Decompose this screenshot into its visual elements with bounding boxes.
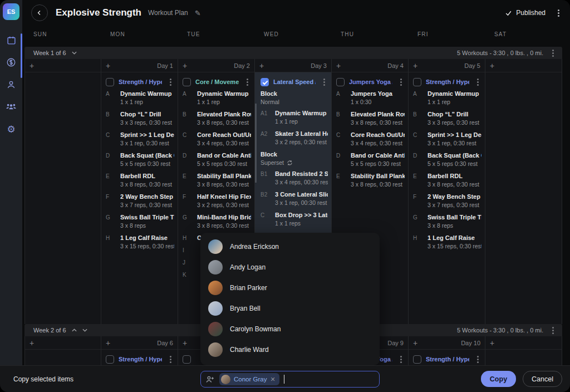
- workout-title[interactable]: Jumpers Yoga / Core: [349, 79, 392, 85]
- exercise-row[interactable]: G Swiss Ball Triple Threat 3 x 8 reps: [413, 214, 481, 229]
- sidebar-item-athletes[interactable]: [0, 74, 22, 96]
- workout-checkbox[interactable]: [106, 355, 114, 364]
- athlete-option[interactable]: Carolyn Bowman: [200, 318, 380, 339]
- workout-title[interactable]: Core / Movement Q...: [195, 79, 239, 85]
- exercise-row[interactable]: D Band or Cable Anti-Rotati... 5 x 5 rep…: [183, 152, 251, 167]
- exercise-row[interactable]: A Dynamic Warmup 1 x 1 rep: [106, 90, 174, 105]
- exercise-row[interactable]: C Core Reach Out/Under 3 x 4 reps, 0:30 …: [336, 131, 405, 146]
- workout-menu-button[interactable]: [166, 354, 174, 364]
- athlete-option[interactable]: Charlie Ward: [200, 339, 380, 360]
- workout-menu-button[interactable]: [166, 77, 174, 87]
- exercise-row[interactable]: B Chop “L” Drill 3 x 3 reps, 0:30 rest: [106, 111, 174, 126]
- athlete-option[interactable]: Andrea Erickson: [200, 236, 380, 257]
- exercise-row[interactable]: E Stability Ball Plank Linear ... 3 x 8 …: [336, 173, 405, 188]
- sidebar-item-groups[interactable]: [0, 96, 22, 118]
- sidebar-item-billing[interactable]: [0, 51, 22, 74]
- exercise-row[interactable]: G Swiss Ball Triple Threat 3 x 8 reps: [106, 214, 174, 229]
- selected-athlete-chip[interactable]: Conor Gray ✕: [219, 373, 279, 385]
- exercise-row[interactable]: B2 3 Cone Lateral Slide 3 x 1 rep, 00:30…: [261, 191, 328, 206]
- exercise-row[interactable]: A Dynamic Warmup 1 x 1 rep: [413, 90, 481, 105]
- workout-checkbox[interactable]: [336, 78, 345, 86]
- chevron-up-icon[interactable]: [72, 329, 77, 332]
- workout-title[interactable]: Lateral Speed / Plyo: [273, 79, 316, 85]
- workout-title[interactable]: Strength / Hypertro...: [426, 356, 469, 362]
- add-workout-button[interactable]: +: [106, 62, 110, 70]
- workout-menu-button[interactable]: [243, 77, 251, 87]
- add-workout-button[interactable]: +: [183, 339, 187, 347]
- exercise-row[interactable]: D Back Squat (Back Off Set) 5 x 5 reps 0…: [106, 152, 174, 167]
- published-status[interactable]: Published: [505, 9, 546, 17]
- workout-title[interactable]: Strength / Hypertro...: [426, 79, 469, 85]
- exercise-row[interactable]: E Barbell RDL 3 x 8 reps, 0:30 rest: [106, 173, 174, 188]
- app-logo[interactable]: ES: [3, 3, 19, 20]
- workout-menu-button[interactable]: [474, 77, 481, 87]
- exercise-row[interactable]: B1 Band Resisted 2 Step Late... 3 x 4 re…: [261, 170, 328, 185]
- week-collapse-controls[interactable]: [72, 329, 87, 332]
- exercise-row[interactable]: B Chop “L” Drill 3 x 3 reps, 0:30 rest: [413, 111, 481, 126]
- add-workout-button[interactable]: +: [30, 62, 34, 70]
- workout-checkbox[interactable]: [261, 78, 269, 86]
- sidebar-item-settings[interactable]: ⚙: [0, 118, 22, 140]
- exercise-row[interactable]: A Jumpers Yoga 1 x 0:30: [336, 90, 405, 105]
- exercise-row[interactable]: A2 Skater 3 Lateral Hops >> ... 3 x 2 re…: [261, 130, 328, 145]
- edit-title-icon[interactable]: ✎: [195, 9, 201, 17]
- header-menu-button[interactable]: [554, 8, 562, 18]
- add-workout-button[interactable]: +: [490, 339, 494, 347]
- workout-menu-button[interactable]: [320, 77, 328, 87]
- workout-card[interactable]: Jumpers Yoga / Core A Jumpers Yoga 1 x 0…: [332, 72, 408, 188]
- exercise-row[interactable]: A1 Dynamic Warmup 1 x 1 rep: [261, 110, 328, 125]
- add-workout-button[interactable]: +: [413, 62, 417, 70]
- exercise-row[interactable]: G Mini-Band Hip Bridge w/ ... 3 x 8 reps…: [183, 214, 251, 229]
- workout-card[interactable]: Strength / Hypertro... A Dynamic Warmup …: [101, 72, 178, 249]
- workout-title[interactable]: Strength / Hypertro...: [119, 79, 162, 85]
- workout-checkbox[interactable]: [413, 78, 421, 86]
- week-menu-button[interactable]: [549, 325, 557, 335]
- exercise-row[interactable]: C Sprint >> 1 Leg Declarations 3 x 1 rep…: [413, 131, 481, 146]
- workout-checkbox[interactable]: [183, 355, 191, 364]
- exercise-row[interactable]: C Sprint >> 1 Leg Declarations 3 x 1 rep…: [106, 131, 174, 146]
- exercise-row[interactable]: A Dynamic Warmup 1 x 1 rep: [183, 90, 251, 105]
- exercise-row[interactable]: C Core Reach Out/Under 3 x 4 reps, 0:30 …: [183, 131, 251, 146]
- add-workout-button[interactable]: +: [259, 62, 264, 70]
- week-collapse-controls[interactable]: [72, 51, 77, 55]
- exercise-row[interactable]: F 2 Way Bench Step Up 3 x 7 reps, 0:30 r…: [106, 193, 174, 208]
- workout-checkbox[interactable]: [413, 355, 421, 364]
- add-workout-button[interactable]: +: [183, 62, 187, 70]
- copy-button[interactable]: Copy: [481, 371, 516, 387]
- chevron-down-icon[interactable]: [72, 51, 77, 55]
- workout-menu-button[interactable]: [397, 354, 405, 364]
- exercise-row[interactable]: H 1 Leg Calf Raise 3 x 15 reps, 0:30 res…: [106, 234, 174, 249]
- block-header: Block Superset: [261, 151, 328, 166]
- add-workout-button[interactable]: +: [30, 339, 34, 347]
- add-workout-button[interactable]: +: [106, 339, 110, 347]
- exercise-row[interactable]: D Band or Cable Anti Rotati... 5 x 5 rep…: [336, 152, 405, 167]
- workout-checkbox[interactable]: [183, 78, 191, 86]
- add-workout-button[interactable]: +: [490, 62, 494, 70]
- chip-remove-icon[interactable]: ✕: [270, 376, 275, 383]
- exercise-row[interactable]: F Half Kneel Hip Flexor Rais... 3 x 2 re…: [183, 193, 251, 208]
- athlete-option[interactable]: Brian Parker: [200, 277, 380, 298]
- exercise-row[interactable]: F 2 Way Bench Step Up 3 x 7 reps, 0:30 r…: [413, 193, 481, 208]
- athlete-option[interactable]: Bryan Bell: [200, 298, 380, 318]
- cancel-button[interactable]: Cancel: [523, 371, 562, 387]
- week-menu-button[interactable]: [549, 48, 557, 58]
- exercise-row[interactable]: E Barbell RDL 3 x 8 reps, 0:30 rest: [413, 173, 481, 188]
- athlete-option[interactable]: Andy Logan: [200, 257, 380, 277]
- sidebar-item-calendar[interactable]: [0, 29, 22, 51]
- workout-menu-button[interactable]: [397, 77, 405, 87]
- add-workout-button[interactable]: +: [336, 62, 341, 70]
- workout-checkbox[interactable]: [106, 78, 114, 86]
- chevron-down-icon[interactable]: [82, 329, 87, 332]
- exercise-row[interactable]: E Stability Ball Plank Linear ... 3 x 8 …: [183, 173, 251, 188]
- add-workout-button[interactable]: +: [413, 339, 417, 347]
- exercise-row[interactable]: C Box Drop >> 3 Lateral H... 1 x 1 reps: [261, 212, 328, 227]
- workout-card[interactable]: Strength / Hypertro... A Dynamic Warmup …: [409, 72, 485, 249]
- exercise-row[interactable]: H 1 Leg Calf Raise 3 x 15 reps, 0:30 res…: [413, 234, 481, 249]
- workout-menu-button[interactable]: [474, 354, 481, 364]
- exercise-row[interactable]: D Back Squat (Back Off Set) 5 x 5 reps 0…: [413, 152, 481, 167]
- workout-title[interactable]: Strength / Hypertro...: [119, 356, 162, 362]
- exercise-row[interactable]: B Elevated Plank Row 3 x 8 reps, 0:30 re…: [336, 111, 405, 126]
- exercise-row[interactable]: B Elevated Plank Row 3 x 8 reps, 0:30 re…: [183, 111, 251, 126]
- back-button[interactable]: [31, 4, 48, 21]
- athlete-search-input[interactable]: Conor Gray ✕: [200, 371, 380, 388]
